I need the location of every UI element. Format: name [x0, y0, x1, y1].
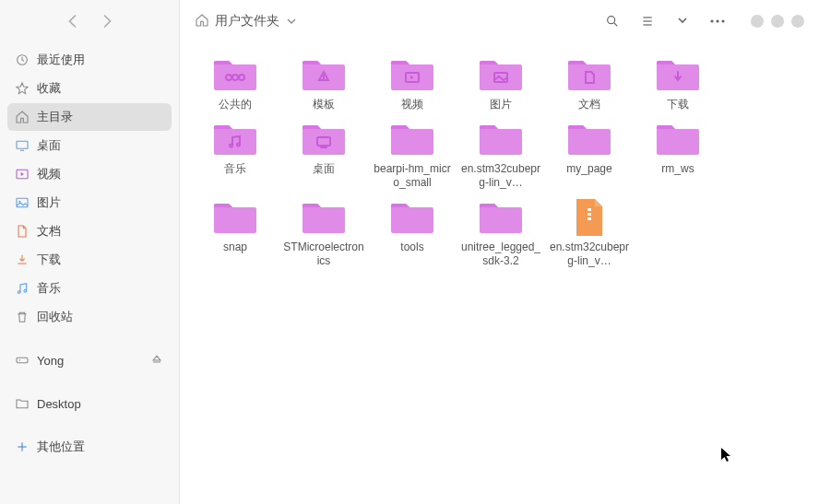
folder-icon: [652, 55, 704, 94]
item-label: 模板: [311, 98, 337, 112]
folder-icon: [386, 55, 438, 94]
item-label: 图片: [488, 98, 514, 112]
svg-point-7: [24, 289, 27, 292]
file-grid[interactable]: 公共的 模板 视频 图片 文档 下载 音乐 桌面 bearpi-hm_micro…: [180, 42, 819, 504]
item-label: en.stm32cubeprg-lin_v…: [458, 162, 543, 191]
svg-point-9: [19, 359, 20, 360]
item-label: snap: [221, 240, 249, 255]
eject-icon[interactable]: [149, 353, 164, 368]
forward-button[interactable]: [99, 13, 115, 29]
sidebar-item[interactable]: 最近使用: [7, 46, 172, 74]
sidebar-item-label: 视频: [37, 166, 61, 182]
folder-icon: [298, 55, 350, 94]
archive-icon: [564, 198, 615, 237]
item-label: 文档: [576, 98, 602, 112]
breadcrumb[interactable]: 用户文件夹: [195, 13, 296, 30]
folder-icon: [209, 120, 261, 158]
chevron-down-icon: [287, 14, 296, 29]
folder-icon: [15, 396, 30, 411]
sidebar-item-label: Yong: [37, 354, 64, 368]
item-label: 音乐: [222, 162, 248, 177]
folder-item[interactable]: bearpi-hm_micro_small: [368, 114, 457, 193]
toolbar: 用户文件夹: [180, 0, 819, 42]
sidebar-item-label: 下载: [37, 252, 61, 268]
home-icon: [195, 13, 209, 30]
sidebar-item[interactable]: 视频: [7, 160, 172, 188]
sidebar-item[interactable]: 主目录: [7, 103, 172, 131]
view-dropdown-button[interactable]: [670, 8, 695, 34]
folder-icon: [386, 120, 438, 158]
desktop-icon: [15, 138, 30, 153]
item-label: 视频: [399, 98, 425, 112]
view-list-button[interactable]: [635, 8, 660, 34]
folder-item[interactable]: STMicroelectronics: [279, 193, 368, 271]
item-label: tools: [398, 240, 425, 255]
folder-item[interactable]: 公共的: [191, 50, 279, 114]
folder-item[interactable]: 音乐: [191, 114, 279, 193]
sidebar-item[interactable]: 音乐: [7, 275, 172, 302]
window-max-button[interactable]: [771, 15, 784, 28]
folder-icon: [564, 55, 615, 94]
sidebar-item-label: 主目录: [37, 109, 73, 125]
svg-rect-1: [17, 141, 28, 148]
svg-rect-32: [588, 217, 591, 220]
drive-icon: [15, 353, 30, 368]
item-label: bearpi-hm_micro_small: [370, 162, 455, 191]
search-button[interactable]: [599, 8, 625, 34]
folder-icon: [652, 120, 704, 158]
image-icon: [15, 195, 30, 210]
video-icon: [15, 167, 30, 182]
sidebar-item-label: 最近使用: [37, 52, 85, 68]
folder-item[interactable]: 模板: [279, 50, 368, 114]
folder-item[interactable]: en.stm32cubeprg-lin_v…: [457, 114, 545, 193]
svg-point-17: [710, 19, 713, 22]
sidebar-item[interactable]: 下载: [7, 246, 172, 274]
other-locations-item[interactable]: 其他位置: [7, 433, 172, 461]
item-label: rm_ws: [659, 162, 695, 177]
folder-icon: [475, 120, 527, 158]
folder-item[interactable]: my_page: [545, 114, 634, 193]
window-min-button[interactable]: [751, 15, 764, 28]
sidebar-item[interactable]: 桌面: [7, 132, 172, 159]
sidebar: 最近使用收藏主目录桌面视频图片文档下载音乐回收站YongDesktop其他位置: [0, 0, 180, 504]
svg-point-18: [716, 19, 718, 22]
sidebar-item[interactable]: 收藏: [7, 75, 172, 102]
folder-item[interactable]: 视频: [368, 50, 457, 114]
sidebar-item[interactable]: 图片: [7, 189, 172, 217]
folder-item[interactable]: 下载: [634, 50, 722, 114]
breadcrumb-label: 用户文件夹: [215, 13, 279, 29]
folder-icon: [209, 198, 261, 237]
window-close-button[interactable]: [791, 15, 804, 28]
sidebar-item[interactable]: 文档: [7, 217, 172, 245]
more-menu-button[interactable]: [705, 8, 730, 34]
sidebar-item[interactable]: 回收站: [7, 303, 172, 331]
folder-icon: [209, 55, 261, 94]
window-controls: [751, 15, 804, 28]
folder-item[interactable]: unitree_legged_sdk-3.2: [457, 193, 545, 271]
sidebar-item-label: 图片: [37, 194, 61, 211]
svg-rect-30: [588, 208, 591, 211]
folder-item[interactable]: tools: [368, 193, 457, 271]
file-item[interactable]: en.stm32cubeprg-lin_v…: [545, 193, 634, 271]
folder-item[interactable]: rm_ws: [634, 114, 722, 193]
folder-icon: [298, 120, 350, 158]
svg-rect-31: [588, 213, 591, 216]
download-icon: [15, 252, 30, 267]
folder-icon: [475, 55, 527, 94]
bookmark-item[interactable]: Desktop: [7, 390, 172, 417]
folder-item[interactable]: 图片: [457, 50, 545, 114]
item-label: 下载: [665, 98, 691, 112]
document-icon: [15, 224, 30, 239]
folder-item[interactable]: snap: [191, 193, 279, 271]
folder-item[interactable]: 文档: [545, 50, 634, 114]
sidebar-item-label: 其他位置: [37, 439, 85, 455]
svg-rect-8: [17, 357, 28, 362]
sidebar-item-label: Desktop: [37, 397, 81, 411]
folder-item[interactable]: 桌面: [279, 114, 368, 193]
svg-point-6: [18, 291, 20, 294]
device-item[interactable]: Yong: [7, 346, 172, 374]
back-button[interactable]: [64, 13, 80, 29]
recent-icon: [15, 53, 30, 67]
folder-icon: [475, 198, 527, 237]
svg-point-12: [608, 17, 615, 24]
